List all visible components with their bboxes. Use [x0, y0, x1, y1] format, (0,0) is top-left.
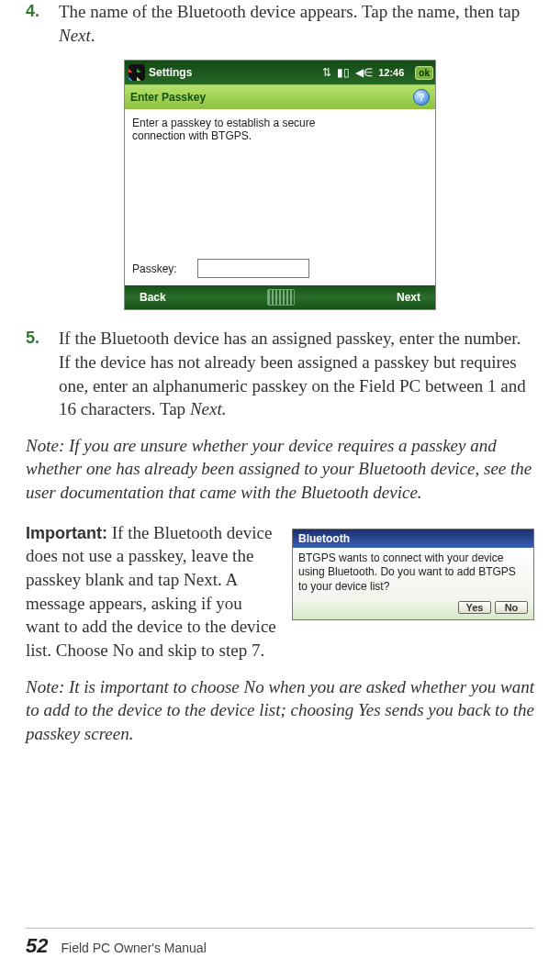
- passkey-label: Passkey:: [132, 262, 177, 275]
- important-text: Important: If the Bluetooth device does …: [26, 521, 279, 663]
- step-5: 5. If the Bluetooth device has an assign…: [26, 327, 534, 421]
- popup-body: BTGPS wants to connect with your device …: [293, 548, 533, 599]
- no-button[interactable]: No: [495, 601, 528, 614]
- step-5-number: 5.: [26, 327, 44, 421]
- signal-icon: ▮▯: [337, 66, 350, 79]
- note-choose-no: Note: It is important to choose No when …: [26, 675, 534, 746]
- step-5-text-a: If the Bluetooth device has an assigned …: [59, 329, 526, 418]
- ok-button[interactable]: ok: [415, 66, 433, 80]
- device-body-line1: Enter a passkey to establish a secure: [132, 117, 428, 129]
- device-screenshot-passkey: Settings ⇅ ▮▯ ◀∈ 12:46 ok Enter Passkey …: [124, 60, 436, 310]
- step-4-text-italic: Next: [59, 26, 91, 45]
- start-icon[interactable]: [129, 64, 145, 81]
- device-clock: 12:46: [378, 67, 404, 78]
- note-passkey: Note: If you are unsure whether your dev…: [26, 434, 534, 505]
- passkey-input[interactable]: [197, 259, 309, 278]
- popup-buttons: Yes No: [293, 599, 533, 619]
- device-subheader: Enter Passkey ?: [125, 84, 435, 109]
- device-softkeys: Back Next: [125, 285, 435, 309]
- step-5-text-italic: Next.: [190, 399, 227, 418]
- step-4-number: 4.: [26, 0, 44, 47]
- step-4-text-c: .: [91, 26, 95, 45]
- status-icons: ⇅ ▮▯ ◀∈ 12:46 ok: [322, 66, 433, 80]
- important-label: Important:: [26, 524, 107, 542]
- important-body: If the Bluetooth device does not use a p…: [26, 523, 276, 660]
- step-5-body: If the Bluetooth device has an assigned …: [59, 327, 534, 421]
- device-subheader-text: Enter Passkey: [130, 91, 206, 104]
- next-button[interactable]: Next: [397, 291, 420, 304]
- step-4-body: The name of the Bluetooth device appears…: [59, 0, 534, 47]
- back-button[interactable]: Back: [140, 291, 166, 304]
- speaker-icon: ◀∈: [355, 66, 373, 79]
- device-titlebar: Settings ⇅ ▮▯ ◀∈ 12:46 ok: [125, 61, 435, 84]
- page-number: 52: [26, 934, 48, 958]
- yes-button[interactable]: Yes: [458, 601, 491, 614]
- step-4: 4. The name of the Bluetooth device appe…: [26, 0, 534, 47]
- help-icon[interactable]: ?: [413, 89, 430, 106]
- footer-text: Field PC Owner's Manual: [61, 941, 206, 955]
- device-title: Settings: [149, 66, 322, 79]
- keyboard-icon[interactable]: [267, 289, 295, 306]
- sync-icon: ⇅: [322, 66, 331, 79]
- device-body: Enter a passkey to establish a secure co…: [125, 109, 435, 285]
- page-footer: 52 Field PC Owner's Manual: [26, 928, 534, 958]
- bluetooth-popup: Bluetooth BTGPS wants to connect with yo…: [292, 529, 534, 620]
- important-row: Important: If the Bluetooth device does …: [26, 521, 534, 663]
- step-4-text-a: The name of the Bluetooth device appears…: [59, 2, 520, 21]
- passkey-row: Passkey:: [132, 259, 309, 278]
- device-body-line2: connection with BTGPS.: [132, 129, 428, 142]
- popup-title: Bluetooth: [293, 529, 533, 548]
